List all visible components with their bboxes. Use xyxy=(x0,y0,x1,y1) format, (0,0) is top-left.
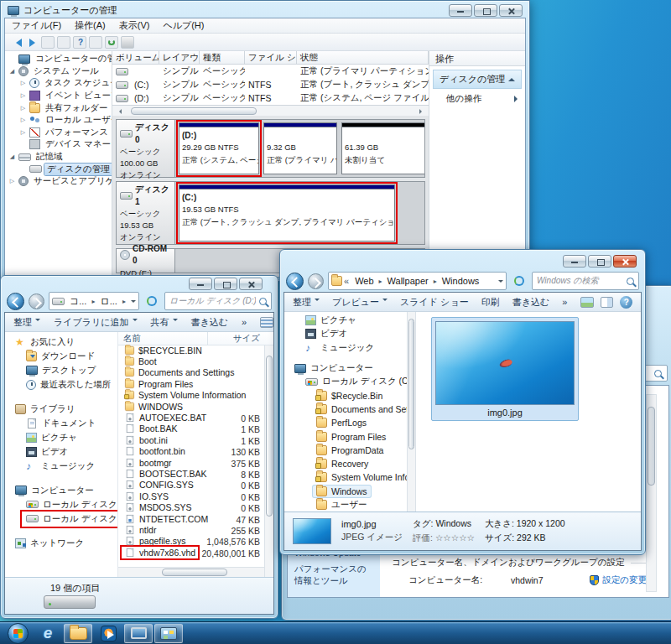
tree-item[interactable]: ◢ システム ツール xyxy=(5,65,112,78)
sidebar-item[interactable]: ネットワーク xyxy=(8,536,117,550)
refresh-button[interactable] xyxy=(143,293,160,309)
sidebar-item[interactable]: ライブラリ xyxy=(8,402,117,416)
sidebar-item[interactable]: ダウンロード xyxy=(8,349,117,363)
file-row[interactable]: IO.SYS 0 KB xyxy=(118,491,273,502)
tree-expand-icon[interactable]: ▷ xyxy=(19,129,27,136)
cm-titlebar[interactable]: コンピューターの管理 xyxy=(1,1,529,18)
breadcrumb-item[interactable]: Windows xyxy=(438,275,484,287)
tree-item[interactable]: コンピューターの管理 (ローカ xyxy=(5,53,112,65)
command-bar-item[interactable]: 書き込む xyxy=(191,316,229,329)
minimize-button[interactable] xyxy=(449,4,472,17)
forward-button[interactable] xyxy=(29,293,44,309)
tree-item[interactable]: ミュージック xyxy=(288,341,407,355)
scrollbar-thumb[interactable] xyxy=(162,569,227,576)
change-settings-link[interactable]: 設定の変更 xyxy=(590,574,647,586)
scrollbar-thumb[interactable] xyxy=(408,319,414,449)
horizontal-scrollbar[interactable] xyxy=(112,105,429,116)
close-button[interactable] xyxy=(499,4,523,17)
partition[interactable]: 9.32 GB 正常 (プライマリ パーティション) xyxy=(263,122,337,174)
tree-expand-icon[interactable]: ▷ xyxy=(19,105,27,112)
scrollbar-thumb[interactable] xyxy=(131,107,257,115)
tree-item[interactable]: ▷ サービスとアプリケーショ xyxy=(5,175,112,188)
back-button[interactable] xyxy=(286,273,304,290)
disk-info[interactable]: ディスク 1 ベーシック 19.53 GB オンライン xyxy=(117,182,175,244)
tree-item[interactable]: ▷ タスク スケジューラ xyxy=(5,77,112,90)
vertical-scrollbar[interactable] xyxy=(646,394,657,592)
address-dropdown-icon[interactable] xyxy=(131,300,136,305)
forward-button[interactable] xyxy=(308,273,324,289)
sidebar-item[interactable]: ローカル ディスク (D:) xyxy=(8,512,117,526)
column-header[interactable]: ボリューム xyxy=(112,51,159,64)
command-bar-item[interactable]: 印刷 xyxy=(481,296,500,309)
detail-rating[interactable]: 評価: ☆☆☆☆☆ xyxy=(413,532,475,544)
file-row[interactable]: $RECYCLE.BIN xyxy=(118,345,273,356)
partition[interactable]: 61.39 GB 未割り当て xyxy=(341,122,424,174)
sidebar-item[interactable]: 最近表示した場所 xyxy=(8,377,117,392)
toolbar-icon[interactable] xyxy=(41,36,55,49)
tree-item[interactable]: デバイス マネージャー xyxy=(5,138,112,151)
file-row[interactable]: Boot xyxy=(118,356,273,367)
file-row[interactable]: bootmgr 375 KB xyxy=(118,458,273,469)
sidebar-item[interactable]: ローカル ディスク (C:) xyxy=(8,497,117,512)
tree-item[interactable]: ▷ 共有フォルダー xyxy=(5,101,112,114)
tree-item[interactable]: ディスクの管理 xyxy=(5,163,112,175)
file-row[interactable]: Program Files xyxy=(118,379,273,390)
command-bar-item[interactable]: スライド ショー xyxy=(400,296,469,309)
collapse-icon[interactable] xyxy=(508,75,515,81)
command-bar-item[interactable]: » xyxy=(562,297,567,307)
file-row[interactable]: Boot.BAK 1 KB xyxy=(118,424,273,435)
file-row[interactable]: BOOTSECT.BAK 8 KB xyxy=(118,469,273,480)
change-view-icon[interactable] xyxy=(260,317,273,328)
tree-expand-icon[interactable]: ▷ xyxy=(19,80,27,86)
tree-item[interactable]: Documents and Settings xyxy=(288,402,407,416)
file-row[interactable]: WINDOWS xyxy=(118,402,273,413)
tree-item[interactable]: ▷ パフォーマンス xyxy=(5,127,112,139)
toolbar-icon[interactable] xyxy=(105,36,118,49)
volume-row[interactable]: (C:) シンプル ベーシック NTFS 正常 (ブート, クラッシュ ダンプ,… xyxy=(112,78,429,91)
breadcrumb-separator[interactable]: ▸ xyxy=(122,298,127,305)
command-bar-item[interactable]: 整理 xyxy=(293,296,320,309)
tree-expand-icon[interactable]: ◢ xyxy=(8,68,16,75)
tree-item[interactable]: PerfLogs xyxy=(288,416,407,429)
tree-item[interactable]: Windows xyxy=(288,485,407,498)
breadcrumb-item[interactable]: コ... xyxy=(65,294,91,309)
file-row[interactable]: NTDETECT.COM 47 KB xyxy=(118,514,273,525)
taskbar-button[interactable] xyxy=(3,624,32,643)
taskbar-button[interactable] xyxy=(154,624,183,643)
command-bar-item[interactable]: プレビュー xyxy=(332,296,388,309)
command-bar-item[interactable]: 整理 xyxy=(13,316,40,329)
sidebar-link[interactable]: パフォーマンスの情報とツール xyxy=(294,564,373,587)
sidebar-item[interactable]: お気に入り xyxy=(8,335,117,349)
breadcrumb-item[interactable]: ロ... xyxy=(96,294,121,309)
file-row[interactable]: MSDOS.SYS 0 KB xyxy=(118,502,273,513)
minimize-button[interactable] xyxy=(563,255,586,267)
tree-item[interactable]: Recovery xyxy=(288,457,407,470)
more-actions-item[interactable]: 他の操作 xyxy=(429,89,525,109)
tree-item[interactable]: $Recycle.Bin xyxy=(288,388,407,402)
address-bar[interactable]: コ...▸ロ...▸ xyxy=(49,292,139,310)
sidebar-item[interactable]: コンピューター xyxy=(8,483,117,497)
file-row[interactable]: AUTOEXEC.BAT 0 KB xyxy=(118,413,273,423)
partition[interactable]: (D:) 29.29 GB NTFS 正常 (システム, ページ ファイル, ア… xyxy=(179,122,259,174)
column-header-name[interactable]: 名前 xyxy=(118,332,208,345)
minimize-button[interactable] xyxy=(189,278,212,290)
close-button[interactable] xyxy=(613,255,637,267)
tree-item[interactable]: ユーザー xyxy=(288,498,407,512)
detail-tag[interactable]: タグ: Windows xyxy=(413,518,475,530)
menu-item[interactable]: ファイル(F) xyxy=(5,18,68,34)
menu-item[interactable]: 操作(A) xyxy=(68,18,112,34)
scrollbar-thumb[interactable] xyxy=(648,407,655,486)
sidebar-item[interactable]: デスクトップ xyxy=(8,363,117,377)
tree-item[interactable]: ▷ イベント ビューアー xyxy=(5,90,112,102)
preview-pane-icon[interactable] xyxy=(601,297,613,308)
help-icon[interactable] xyxy=(620,296,632,309)
menu-item[interactable]: 表示(V) xyxy=(112,18,157,34)
command-bar-item[interactable]: » xyxy=(242,317,247,327)
tree-item[interactable]: ◢ 記憶域 xyxy=(5,151,112,164)
tree-expand-icon[interactable]: ◢ xyxy=(8,153,16,160)
disk-info[interactable]: ディスク 0 ベーシック 100.00 GB オンライン xyxy=(117,120,175,177)
back-button[interactable] xyxy=(7,293,24,310)
menu-item[interactable]: ヘルプ(H) xyxy=(156,18,211,34)
volume-row[interactable]: シンプル ベーシック 正常 (プライマリ パーティション) xyxy=(112,65,429,78)
tree-expand-icon[interactable]: ▷ xyxy=(19,117,27,123)
